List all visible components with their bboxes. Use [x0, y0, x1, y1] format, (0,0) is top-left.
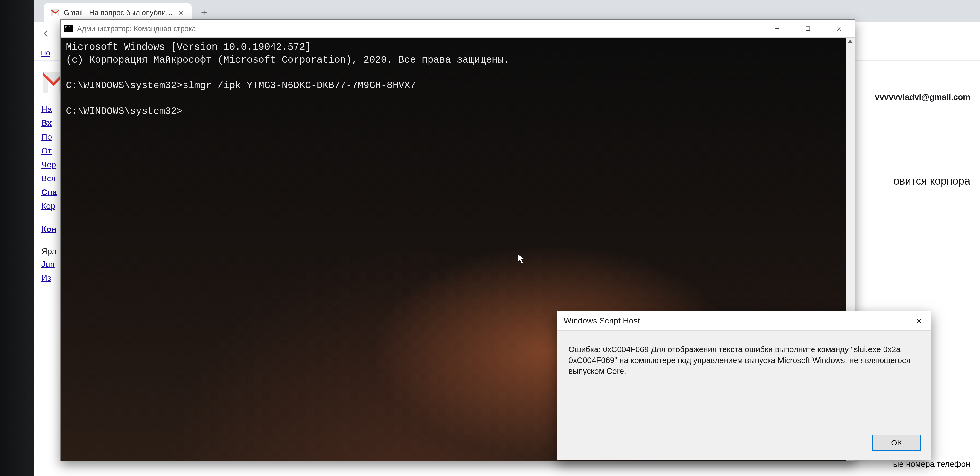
- desktop-left-edge: [0, 0, 34, 476]
- wsh-close-button[interactable]: [912, 314, 926, 328]
- cmd-output-text: Microsoft Windows [Version 10.0.19042.57…: [66, 41, 850, 118]
- cmd-app-icon: [64, 25, 73, 32]
- mouse-cursor-icon: [517, 254, 525, 265]
- gmail-headline-fragment: овится корпора: [894, 175, 970, 187]
- cmd-titlebar[interactable]: Администратор: Командная строка: [60, 20, 855, 38]
- wsh-ok-button[interactable]: OK: [872, 435, 921, 451]
- gmail-account-email: vvvvvvladvl@gmail.com: [875, 92, 970, 102]
- wsh-dialog: Windows Script Host Ошибка: 0xC004F069 Д…: [557, 311, 931, 460]
- maximize-button[interactable]: [795, 21, 821, 36]
- gmail-favicon-icon: [51, 10, 59, 16]
- new-tab-button[interactable]: +: [197, 5, 212, 20]
- chrome-tab-gmail[interactable]: Gmail - На вопрос был опубли… ×: [44, 3, 191, 22]
- tab-title: Gmail - На вопрос был опубли…: [64, 8, 173, 17]
- scroll-up-icon[interactable]: [848, 40, 853, 43]
- back-button[interactable]: [38, 26, 54, 41]
- svg-rect-0: [806, 27, 810, 30]
- bookmark-link[interactable]: По: [41, 49, 50, 57]
- tab-close-icon[interactable]: ×: [177, 8, 184, 17]
- wsh-titlebar[interactable]: Windows Script Host: [557, 311, 931, 330]
- close-button[interactable]: [826, 21, 853, 36]
- wsh-button-row: OK: [557, 431, 931, 460]
- wsh-message: Ошибка: 0xC004F069 Для отображения текст…: [557, 330, 931, 431]
- wsh-title: Windows Script Host: [564, 316, 640, 325]
- minimize-button[interactable]: [764, 21, 790, 36]
- chrome-tabstrip: Gmail - На вопрос был опубли… × +: [34, 0, 980, 22]
- gmail-footer-fragment: ые номера телефон: [893, 459, 970, 469]
- cmd-window-title: Администратор: Командная строка: [77, 25, 759, 33]
